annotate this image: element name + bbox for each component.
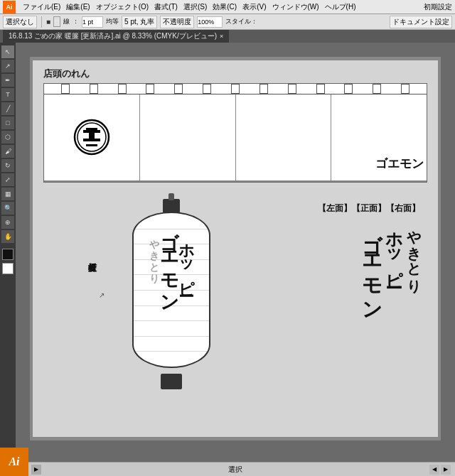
svg-rect-6 <box>86 144 97 146</box>
canvas: 店頭のれん ◁ <box>30 57 441 440</box>
tool-hand[interactable]: ✋ <box>1 230 14 243</box>
opacity-input[interactable] <box>197 16 223 28</box>
noren-tab-1 <box>61 84 70 94</box>
initial-settings-label: 初期設定 <box>424 2 452 12</box>
main-area: ↖ ↗ ✒ T ╱ □ ⬡ 🖌 ↻ ⤢ ▦ 🔍 ⊕ ✋ 店頭のれん ◁ <box>0 43 455 462</box>
stroke-swatch: ■ <box>46 18 50 26</box>
menu-view[interactable]: 表示(V) <box>242 2 266 12</box>
doc-settings-btn[interactable]: ドキュメント設定 <box>390 16 452 28</box>
menu-object[interactable]: オブジェクト(O) <box>96 2 149 12</box>
noren-tab-8 <box>259 84 268 94</box>
lantern-text: やきとり ゴエモン ホッピー <box>149 219 193 361</box>
menu-effect[interactable]: 効果(C) <box>213 2 237 12</box>
bottom-ai-logo: Ai <box>0 448 28 476</box>
svg-rect-5 <box>86 128 97 130</box>
noren-tab-7 <box>231 84 240 94</box>
panel-2-bottom <box>140 180 235 182</box>
points-label: 5 pt, 丸率 <box>122 16 157 28</box>
fill-color-box[interactable] <box>2 249 14 260</box>
noren-goemon-text: ゴエモン <box>375 156 424 172</box>
ai-logo-text: Ai <box>9 455 19 468</box>
panel-4-bottom <box>331 180 427 182</box>
status-arrows: ◀ ▶ <box>429 465 451 475</box>
stroke-sep: ： <box>73 17 79 26</box>
noren-tab-2 <box>90 84 98 94</box>
panel-3-bottom <box>236 180 331 182</box>
right-col-yakitori: やきとり <box>407 220 420 341</box>
tool-rotate[interactable]: ↻ <box>1 159 14 172</box>
canvas-area[interactable]: 店頭のれん ◁ <box>16 43 455 462</box>
menu-type[interactable]: 書式(T) <box>154 2 178 12</box>
file-tab-item[interactable]: 16.8.13 ごめの家 暖簾 [更新済み].ai @ 8.33% (CMYK/… <box>3 30 229 43</box>
menu-help[interactable]: ヘルプ(H) <box>325 2 356 12</box>
lantern-text-side-left: やきとり <box>149 233 159 347</box>
noren-section: 店頭のれん ◁ <box>43 67 427 188</box>
select-none[interactable]: 選択なし <box>3 16 37 28</box>
menu-select[interactable]: 選択(S) <box>183 2 207 12</box>
stroke-weight-input[interactable] <box>82 16 103 28</box>
lantern-cap-bottom <box>161 374 182 389</box>
menu-file[interactable]: ファイル(E) <box>23 2 60 12</box>
stroke-color-box[interactable] <box>2 263 14 274</box>
style-label: スタイル： <box>225 17 257 26</box>
svg-rect-4 <box>89 133 95 139</box>
tool-direct-select[interactable]: ↗ <box>1 60 14 72</box>
lantern-body: やきとり ゴエモン ホッピー <box>132 212 210 368</box>
ai-logo-top: Ai <box>3 1 16 13</box>
menu-right: 初期設定 <box>424 2 452 12</box>
opacity-label: 不透明度 <box>160 16 194 28</box>
tool-select[interactable]: ↖ <box>1 45 14 58</box>
svg-rect-2 <box>83 130 100 133</box>
tool-brush[interactable]: 🖌 <box>1 145 14 158</box>
toolbar: 選択なし ■ □ 線 ： 均等 5 pt, 丸率 不透明度 スタイル： ドキュメ… <box>0 14 455 30</box>
menu-bar: Ai ファイル(E) 編集(E) オブジェクト(O) 書式(T) 選択(S) 効… <box>0 0 455 14</box>
lantern-section: 【左面】【正面】【右面】 看板提灯 ↗ <box>43 199 427 430</box>
noren-tab-9 <box>288 84 296 94</box>
right-text-area: ゴエモン ホッピー やきとり <box>363 220 420 394</box>
menu-edit[interactable]: 編集(E) <box>66 2 90 12</box>
status-select-text: 選択 <box>47 465 424 475</box>
tool-zoom[interactable]: ⊕ <box>1 216 14 229</box>
stroke-unit: 均等 <box>106 17 119 26</box>
tool-scale[interactable]: ⤢ <box>1 173 14 186</box>
tool-gradient[interactable]: ▦ <box>1 188 14 200</box>
panel-1-bottom <box>44 180 139 182</box>
menu-window[interactable]: ウィンドウ(W) <box>272 2 319 12</box>
page-next-btn[interactable]: ▶ <box>31 465 41 475</box>
tool-line[interactable]: ╱ <box>1 102 14 115</box>
noren-tab-3 <box>118 84 127 94</box>
noren-tab-12 <box>373 84 381 94</box>
noren-container: ◁ <box>43 83 427 183</box>
file-tab-close[interactable]: × <box>220 33 223 40</box>
scroll-left-btn[interactable]: ◀ <box>429 465 439 475</box>
lantern: やきとり ゴエモン ホッピー <box>125 199 218 391</box>
face-labels: 【左面】【正面】【右面】 <box>318 202 420 215</box>
file-tab: 16.8.13 ごめの家 暖簾 [更新済み].ai @ 8.33% (CMYK/… <box>0 30 455 43</box>
tool-type[interactable]: T <box>1 88 14 101</box>
noren-tab-11 <box>344 84 353 94</box>
status-bar: ◀ ◉ 1 ▶ 選択 ◀ ▶ <box>0 462 455 476</box>
tool-pen[interactable]: ✒ <box>1 74 14 87</box>
noren-panel-4: ゴエモン <box>331 94 427 182</box>
noren-tabs <box>44 84 427 94</box>
noren-logo <box>73 119 110 158</box>
stroke-label: 線 <box>63 17 70 26</box>
toolbar-divider-1 <box>41 16 42 28</box>
right-col-hoppy: ホッピー <box>386 220 402 362</box>
file-tab-name: 16.8.13 ごめの家 暖簾 [更新済み].ai @ 8.33% (CMYK/… <box>9 31 217 41</box>
tool-rect[interactable]: □ <box>1 117 14 129</box>
lantern-label-arrow: ↗ <box>99 291 105 299</box>
lantern-text-main-1: ゴエモン <box>161 219 177 361</box>
logo-svg <box>73 119 110 156</box>
tool-paint[interactable]: ⬡ <box>1 131 14 144</box>
noren-tab-13 <box>401 84 410 94</box>
fill-swatch: □ <box>53 16 60 27</box>
noren-tab-5 <box>174 84 183 94</box>
tools-panel: ↖ ↗ ✒ T ╱ □ ⬡ 🖌 ↻ ⤢ ▦ 🔍 ⊕ ✋ <box>0 43 16 462</box>
tool-eyedropper[interactable]: 🔍 <box>1 202 14 215</box>
right-col-goemon: ゴエモン <box>363 220 380 384</box>
scroll-right-btn[interactable]: ▶ <box>441 465 451 475</box>
svg-rect-3 <box>83 139 100 141</box>
lantern-text-main-2: ホッピー <box>179 233 193 347</box>
artboard: 店頭のれん ◁ <box>33 60 438 437</box>
